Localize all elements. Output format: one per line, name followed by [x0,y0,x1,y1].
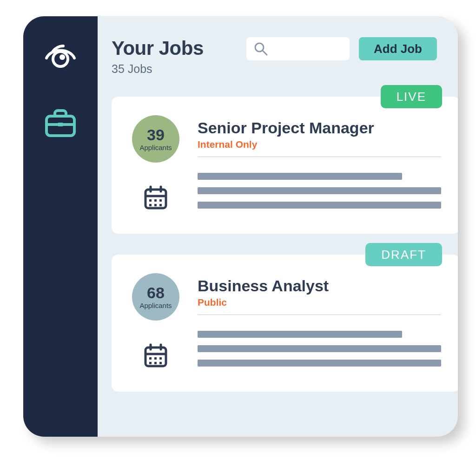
svg-line-5 [263,51,267,55]
applicant-count-badge: 39 Applicants [132,115,179,163]
svg-rect-13 [149,204,152,206]
status-badge-live: LIVE [381,85,442,108]
search-icon [253,41,269,57]
job-count: 35 Jobs [112,62,237,76]
job-visibility: Internal Only [198,139,441,150]
card-left-column: 39 Applicants [130,115,181,213]
applicant-label: Applicants [139,302,172,309]
logo-eye-icon [42,39,79,79]
applicant-count-badge: 68 Applicants [132,273,179,321]
svg-rect-21 [154,357,157,360]
calendar-icon [143,343,169,371]
header: Your Jobs 35 Jobs Add Job [112,37,458,76]
job-title: Senior Project Manager [198,119,441,137]
svg-point-1 [60,54,65,60]
applicant-count: 39 [147,127,165,143]
add-job-button[interactable]: Add Job [359,37,437,60]
svg-rect-15 [159,204,162,206]
page-title: Your Jobs [112,37,237,59]
svg-rect-3 [58,123,63,126]
svg-rect-10 [149,199,152,202]
status-badge-draft: DRAFT [365,243,442,266]
job-visibility: Public [198,297,441,308]
svg-rect-23 [149,362,152,364]
job-card[interactable]: LIVE 39 Applicants [112,97,458,234]
desc-line [198,331,402,338]
job-card[interactable]: DRAFT 68 Applicants [112,255,458,392]
desc-line [198,360,441,367]
description-placeholder [198,173,441,209]
main-content: Your Jobs 35 Jobs Add Job LIVE 39 Applic… [98,16,458,437]
desc-line [198,173,402,180]
svg-rect-20 [149,357,152,360]
card-body: Senior Project Manager Internal Only [198,115,441,209]
job-list: LIVE 39 Applicants [112,97,458,392]
applicant-count: 68 [147,285,165,301]
search-input[interactable] [246,37,350,60]
svg-rect-24 [154,362,157,364]
sidebar-jobs-icon[interactable] [42,104,79,143]
desc-line [198,187,441,194]
applicant-label: Applicants [139,144,172,151]
sidebar [23,16,98,437]
card-left-column: 68 Applicants [130,273,181,371]
app-window: Your Jobs 35 Jobs Add Job LIVE 39 Applic… [23,16,458,437]
desc-line [198,345,441,352]
description-placeholder [198,331,441,367]
card-body: Business Analyst Public [198,273,441,367]
svg-rect-14 [154,204,157,206]
calendar-icon [143,185,169,213]
svg-rect-22 [159,357,162,360]
divider [198,157,441,157]
svg-rect-11 [154,199,157,202]
svg-rect-25 [159,362,162,364]
job-title: Business Analyst [198,277,441,295]
svg-rect-12 [159,199,162,202]
divider [198,315,441,315]
desc-line [198,202,441,209]
title-block: Your Jobs 35 Jobs [112,37,237,76]
